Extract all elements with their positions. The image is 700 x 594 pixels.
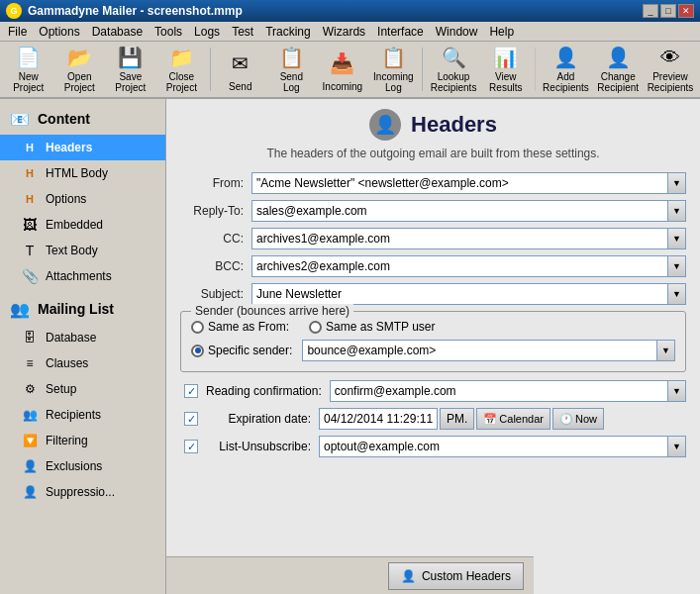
menu-file[interactable]: File [2,23,33,41]
sidebar-item-database[interactable]: 🗄 Database [0,325,165,350]
sidebar-item-recipients[interactable]: 👥 Recipients [0,402,165,428]
sidebar: 📧 Content H Headers H HTML Body H Option… [0,99,166,594]
incoming-button[interactable]: 📥 Incoming [318,44,367,95]
sidebar-item-embedded[interactable]: 🖼 Embedded [0,212,165,238]
send-log-button[interactable]: 📋 SendLog [267,44,317,95]
sidebar-item-exclusions[interactable]: 👤 Exclusions [0,453,165,479]
menu-options[interactable]: Options [33,23,85,41]
specific-sender-radio[interactable]: Specific sender: [191,344,292,357]
database-icon: 🗄 [20,328,40,347]
now-button[interactable]: 🕐 Now [552,408,604,430]
expiration-date-checkbox-wrap: ✓ [180,412,202,426]
from-input[interactable] [251,172,668,194]
bcc-input[interactable] [251,255,668,277]
list-unsubscribe-row: ✓ List-Unsubscribe: ▼ [180,436,686,457]
subject-input[interactable] [251,283,668,305]
list-unsubscribe-input-wrap: ▼ [319,436,686,457]
cc-input[interactable] [251,228,668,249]
calendar-button[interactable]: 📅 Calendar [476,408,550,430]
open-project-button[interactable]: 📂 OpenProject [55,44,105,95]
change-recipient-button[interactable]: 👤 ChangeRecipient [593,44,643,95]
from-dropdown-btn[interactable]: ▼ [668,172,686,194]
maximize-button[interactable]: □ [660,4,676,18]
reading-confirmation-checkbox[interactable]: ✓ [184,384,198,398]
cc-input-wrap: ▼ [251,228,686,249]
panel-subtitle: The headers of the outgoing email are bu… [180,147,686,160]
sidebar-item-headers[interactable]: H Headers [0,135,165,160]
preview-recipients-label: PreviewRecipients [648,71,694,93]
sidebar-item-options[interactable]: H Options [0,186,165,212]
sidebar-item-attachments[interactable]: 📎 Attachments [0,263,165,289]
expiration-date-input[interactable] [319,408,438,430]
cc-dropdown-btn[interactable]: ▼ [668,228,686,249]
send-icon: ✉ [225,48,256,79]
incoming-log-button[interactable]: 📋 IncomingLog [369,44,419,95]
specific-sender-dropdown-btn[interactable]: ▼ [657,340,675,361]
reply-to-dropdown-btn[interactable]: ▼ [668,200,686,222]
menu-tracking[interactable]: Tracking [259,23,317,41]
close-project-button[interactable]: 📁 CloseProject [157,44,207,95]
menu-window[interactable]: Window [430,23,484,41]
now-label: Now [575,413,597,425]
toolbar-separator-3 [535,48,537,91]
menu-logs[interactable]: Logs [188,23,226,41]
subject-dropdown-btn[interactable]: ▼ [668,283,686,305]
bcc-dropdown-btn[interactable]: ▼ [668,255,686,277]
menu-test[interactable]: Test [226,23,259,41]
bcc-input-wrap: ▼ [251,255,686,277]
sidebar-item-text-body[interactable]: T Text Body [0,238,165,263]
reading-confirmation-dropdown-btn[interactable]: ▼ [668,380,686,402]
specific-sender-input[interactable] [302,340,657,361]
toolbar: 📄 NewProject 📂 OpenProject 💾 SaveProject… [0,42,700,99]
menu-interface[interactable]: Interface [371,23,430,41]
sidebar-suppression-label: Suppressio... [46,485,115,499]
close-button[interactable]: ✕ [678,4,694,18]
sidebar-item-html-body[interactable]: H HTML Body [0,160,165,186]
list-unsubscribe-checkbox[interactable]: ✓ [184,440,198,453]
embedded-icon: 🖼 [20,215,40,235]
from-label: From: [180,176,248,190]
list-unsubscribe-dropdown-btn[interactable]: ▼ [668,436,686,457]
add-recipients-button[interactable]: 👤 AddRecipients [540,44,591,95]
ampm-button[interactable]: PM. [440,408,474,430]
sidebar-item-setup[interactable]: ⚙ Setup [0,376,165,402]
sidebar-item-suppression[interactable]: 👤 Suppressio... [0,479,165,505]
menu-wizards[interactable]: Wizards [317,23,371,41]
same-as-smtp-radio[interactable]: Same as SMTP user [309,320,435,334]
sidebar-html-body-label: HTML Body [46,166,108,180]
menu-bar: File Options Database Tools Logs Test Tr… [0,22,700,42]
preview-recipients-button[interactable]: 👁 PreviewRecipients [645,44,696,95]
same-as-smtp-radio-circle [309,321,322,334]
sidebar-embedded-label: Embedded [46,218,103,232]
send-button[interactable]: ✉ Send [216,44,265,95]
calendar-icon: 📅 [483,413,497,426]
view-results-button[interactable]: 📊 ViewResults [481,44,531,95]
clauses-icon: ≡ [20,353,40,373]
reading-confirmation-input[interactable] [330,380,668,402]
reply-to-input[interactable] [251,200,668,222]
expiration-date-checkbox[interactable]: ✓ [184,412,198,426]
custom-headers-label: Custom Headers [422,569,511,583]
custom-headers-button[interactable]: 👤 Custom Headers [388,562,524,590]
menu-database[interactable]: Database [86,23,149,41]
sidebar-attachments-label: Attachments [46,269,112,283]
sidebar-item-clauses[interactable]: ≡ Clauses [0,350,165,376]
html-body-icon: H [20,163,40,183]
sidebar-item-filtering[interactable]: 🔽 Filtering [0,428,165,453]
app-icon: G [6,3,22,19]
subject-row: Subject: ▼ [180,283,686,305]
reply-to-label: Reply-To: [180,204,248,218]
specific-sender-row: Specific sender: ▼ [191,340,675,361]
expiration-date-datetime-wrap: PM. 📅 Calendar 🕐 Now [319,408,686,430]
menu-tools[interactable]: Tools [149,23,188,41]
lookup-recipients-icon: 🔍 [438,46,469,69]
new-project-button[interactable]: 📄 NewProject [4,44,53,95]
expiration-date-label: Expiration date: [206,412,315,426]
same-as-from-radio[interactable]: Same as From: [191,320,289,334]
lookup-recipients-button[interactable]: 🔍 LookupRecipients [428,44,479,95]
list-unsubscribe-input[interactable] [319,436,668,457]
minimize-button[interactable]: _ [643,4,658,18]
menu-help[interactable]: Help [483,23,520,41]
options-icon: H [20,189,40,209]
save-project-button[interactable]: 💾 SaveProject [106,44,155,95]
